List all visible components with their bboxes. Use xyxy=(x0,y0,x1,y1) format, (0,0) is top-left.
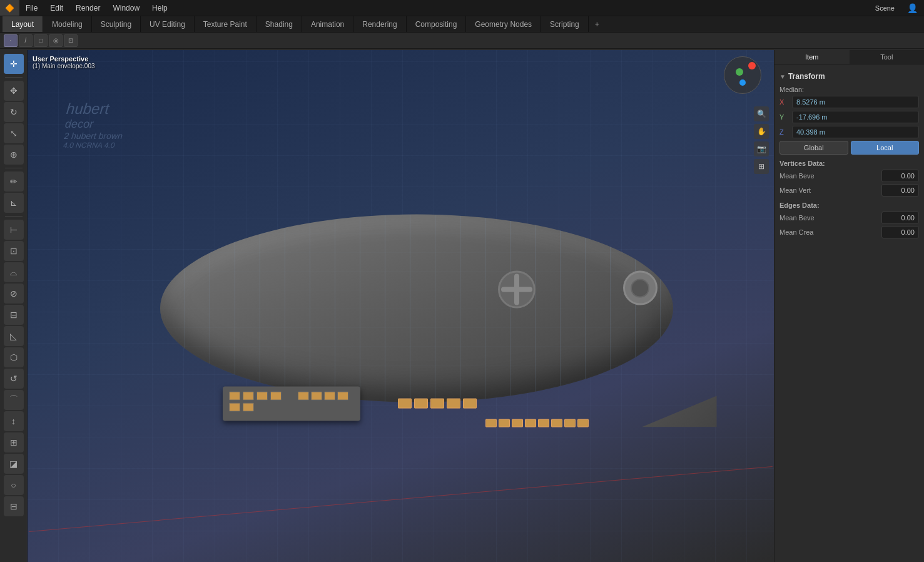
tab-modeling[interactable]: Modeling xyxy=(43,16,92,32)
blender-logo[interactable]: 🔶 xyxy=(0,0,19,16)
tab-geometry-nodes[interactable]: Geometry Nodes xyxy=(466,16,541,32)
tool-rip-region[interactable]: ⊟ xyxy=(4,496,24,516)
vertices-data-section: Vertices Data: Mean Beve 0.00 Mean Vert … xyxy=(779,160,919,197)
mean-bevel-edges-row: Mean Beve 0.00 xyxy=(779,212,919,224)
3d-viewport[interactable]: hubert decor 2 hubert brown 4.0 NCRNA 4.… xyxy=(28,50,774,562)
tool-sep-2 xyxy=(5,168,23,168)
menu-window[interactable]: Window xyxy=(106,0,146,16)
panel-tab-item[interactable]: Item xyxy=(774,50,850,64)
menu-file[interactable]: File xyxy=(19,0,44,16)
tool-cursor[interactable]: ✛ xyxy=(4,54,24,74)
gizmo-y-axis[interactable] xyxy=(736,68,743,76)
prop-blade-v xyxy=(514,274,519,305)
tool-knife[interactable]: ◺ xyxy=(4,326,24,346)
icon-snap[interactable]: ⊡ xyxy=(64,34,78,47)
gizmo-sphere xyxy=(724,56,761,94)
tool-sep-1 xyxy=(5,77,23,78)
icon-vertex-select[interactable]: · xyxy=(4,34,18,47)
mean-crease-value[interactable]: 0.00 xyxy=(881,226,919,238)
tool-bevel[interactable]: ⌓ xyxy=(4,262,24,282)
mean-crease-row: Mean Crea 0.00 xyxy=(779,226,919,238)
tool-extrude[interactable]: ⊢ xyxy=(4,220,24,240)
header-icon-strip: · / □ ◎ ⊡ xyxy=(0,33,924,49)
menu-render[interactable]: Render xyxy=(69,0,106,16)
zeppelin-hull xyxy=(160,215,673,402)
propeller-circle xyxy=(498,271,536,309)
sel-face-8 xyxy=(512,419,523,427)
z-axis-label: Z xyxy=(779,128,789,136)
selected-faces-1 xyxy=(398,399,477,409)
edges-data-header: Edges Data: xyxy=(779,202,919,209)
menu-help[interactable]: Help xyxy=(146,0,174,16)
tab-sculpting[interactable]: Sculpting xyxy=(92,16,141,32)
perspective-label: User Perspective xyxy=(33,55,95,63)
user-settings-icon[interactable]: 👤 xyxy=(901,0,924,16)
global-space-button[interactable]: Global xyxy=(779,141,848,155)
mean-bevel-v-value[interactable]: 0.00 xyxy=(881,170,919,182)
tool-move[interactable]: ✥ xyxy=(4,81,24,101)
panel-tab-tool[interactable]: Tool xyxy=(850,50,925,64)
tab-add-button[interactable]: + xyxy=(589,16,606,32)
tool-inset[interactable]: ⊡ xyxy=(4,241,24,261)
z-coord-row: Z 40.398 m xyxy=(779,126,919,138)
viewport-nav-icons: 🔍 ✋ 📷 ⊞ xyxy=(754,106,769,174)
tool-shrink-fatten[interactable]: ⊞ xyxy=(4,432,24,452)
tool-shear[interactable]: ◪ xyxy=(4,454,24,474)
tab-shading[interactable]: Shading xyxy=(256,16,302,32)
icon-face-select[interactable]: □ xyxy=(34,34,48,47)
transform-section-header: ▼ Transform xyxy=(779,72,919,81)
tool-scale[interactable]: ⤡ xyxy=(4,123,24,143)
hand-tool-icon[interactable]: ✋ xyxy=(754,124,769,139)
sel-face-2 xyxy=(414,399,428,409)
selected-faces-2 xyxy=(485,419,589,427)
engine-inner xyxy=(631,278,649,297)
tab-layout[interactable]: Layout xyxy=(3,16,43,32)
y-coord-value[interactable]: -17.696 m xyxy=(792,111,919,123)
tool-spin[interactable]: ↺ xyxy=(4,369,24,389)
tool-rotate[interactable]: ↻ xyxy=(4,102,24,122)
z-coord-value[interactable]: 40.398 m xyxy=(792,126,919,138)
window-5 xyxy=(229,403,240,412)
local-space-button[interactable]: Local xyxy=(851,141,920,155)
gondola-windows-right xyxy=(298,392,348,401)
tab-uv-editing[interactable]: UV Editing xyxy=(141,16,195,32)
tool-offset-edge[interactable]: ⊟ xyxy=(4,305,24,325)
grid-view-icon[interactable]: ⊞ xyxy=(754,159,769,174)
tab-texture-paint[interactable]: Texture Paint xyxy=(195,16,256,32)
tool-edge-slide[interactable]: ↕ xyxy=(4,411,24,431)
gizmo-x-axis[interactable] xyxy=(748,62,756,69)
top-menu-bar: 🔶 File Edit Render Window Help Scene 👤 xyxy=(0,0,924,16)
x-coord-value[interactable]: 8.5276 m xyxy=(792,96,919,108)
tool-annotate[interactable]: ✏ xyxy=(4,171,24,192)
gizmo-z-axis[interactable] xyxy=(739,79,746,86)
tool-poly-build[interactable]: ⬡ xyxy=(4,347,24,367)
tab-scripting[interactable]: Scripting xyxy=(541,16,589,32)
gondola xyxy=(223,387,360,421)
left-toolbar: ✛ ✥ ↻ ⤡ ⊕ ✏ ⊾ ⊢ ⊡ ⌓ ⊘ ⊟ ◺ ⬡ ↺ ⌒ ↕ ⊞ ◪ ○ … xyxy=(0,50,28,562)
navigation-gizmo[interactable] xyxy=(724,56,768,100)
tab-compositing[interactable]: Compositing xyxy=(407,16,467,32)
tool-loop-cut[interactable]: ⊘ xyxy=(4,284,24,304)
tab-rendering[interactable]: Rendering xyxy=(353,16,406,32)
mean-crease-label: Mean Crea xyxy=(779,228,879,236)
tool-to-sphere[interactable]: ○ xyxy=(4,475,24,495)
sel-face-9 xyxy=(525,419,536,427)
mean-bevel-v-label: Mean Beve xyxy=(779,172,879,180)
window-3 xyxy=(256,392,268,401)
sel-face-5 xyxy=(463,399,477,409)
window-4 xyxy=(270,392,282,401)
mean-vert-value[interactable]: 0.00 xyxy=(881,184,919,197)
menu-edit[interactable]: Edit xyxy=(44,0,69,16)
viewport-info-overlay: User Perspective (1) Main envelope.003 xyxy=(33,55,95,69)
icon-edge-select[interactable]: / xyxy=(19,34,33,47)
zoom-in-icon[interactable]: 🔍 xyxy=(754,106,769,121)
tab-animation[interactable]: Animation xyxy=(302,16,353,32)
icon-proportional-edit[interactable]: ◎ xyxy=(49,34,63,47)
sel-face-11 xyxy=(551,419,562,427)
tool-measure[interactable]: ⊾ xyxy=(4,193,24,213)
camera-icon[interactable]: 📷 xyxy=(754,141,769,156)
mean-bevel-e-value[interactable]: 0.00 xyxy=(881,212,919,224)
mean-bevel-vertices-row: Mean Beve 0.00 xyxy=(779,170,919,182)
tool-smooth[interactable]: ⌒ xyxy=(4,390,24,410)
tool-transform[interactable]: ⊕ xyxy=(4,145,24,165)
